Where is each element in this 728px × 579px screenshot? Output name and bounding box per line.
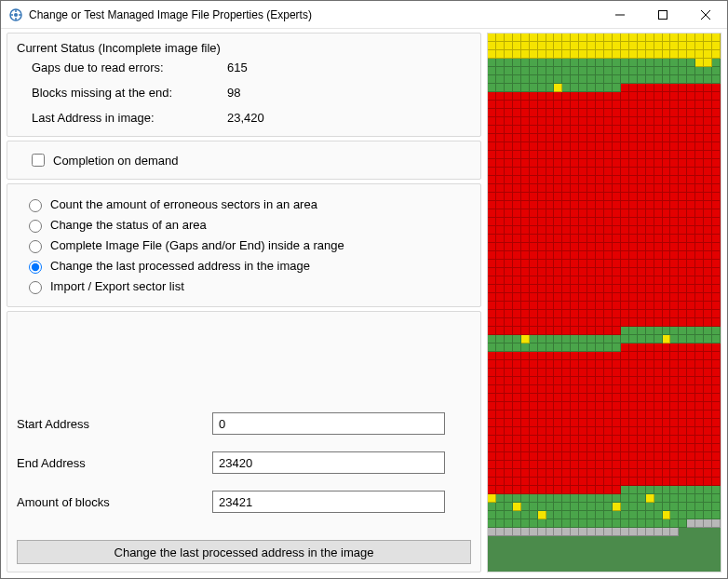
- sector-cell: [613, 385, 621, 394]
- mode-import-export-row[interactable]: Import / Export sector list: [24, 278, 471, 294]
- sector-cell: [538, 168, 546, 176]
- sector-cell: [513, 126, 521, 134]
- sector-cell: [670, 42, 679, 50]
- sector-cell: [712, 327, 721, 335]
- sector-cell: [695, 117, 704, 126]
- sector-cell: [679, 142, 687, 151]
- sector-cell: [521, 126, 530, 134]
- mode-import-export-radio[interactable]: [29, 281, 42, 294]
- sector-cell: [488, 419, 496, 427]
- sector-cell: [613, 134, 621, 142]
- sector-cell: [554, 494, 562, 503]
- sector-cell: [579, 117, 587, 126]
- sector-cell: [538, 503, 546, 511]
- sector-cell: [621, 494, 629, 503]
- sector-cell: [663, 436, 671, 444]
- completion-checkbox-row[interactable]: Completion on demand: [28, 151, 471, 169]
- sector-cell: [712, 260, 721, 268]
- sector-cell: [613, 276, 621, 285]
- sector-cell: [538, 235, 546, 243]
- mode-change-status-radio[interactable]: [29, 220, 42, 233]
- sector-cell: [687, 519, 695, 528]
- sector-cell: [679, 461, 687, 469]
- amount-input[interactable]: [212, 491, 445, 513]
- sector-cell: [538, 377, 546, 385]
- sector-cell: [695, 209, 704, 218]
- sector-cell: [496, 369, 505, 377]
- window-controls: [599, 1, 727, 28]
- sector-cell: [629, 176, 638, 184]
- sector-cell: [663, 176, 671, 184]
- mode-change-last-row[interactable]: Change the last processed address in the…: [24, 258, 471, 274]
- sector-cell: [505, 235, 513, 243]
- sector-cell: [562, 260, 571, 268]
- sector-cell: [704, 360, 712, 369]
- sector-cell: [513, 34, 521, 42]
- minimize-button[interactable]: [599, 1, 641, 28]
- mode-complete-row[interactable]: Complete Image File (Gaps and/or End) in…: [24, 237, 471, 253]
- end-row: End Address: [17, 451, 471, 474]
- sector-cell: [679, 402, 687, 411]
- sector-cell: [613, 394, 621, 402]
- sector-cell: [695, 486, 704, 494]
- sector-cell: [521, 377, 530, 385]
- sector-cell: [496, 335, 505, 343]
- sector-cell: [679, 193, 687, 201]
- close-button[interactable]: [684, 1, 727, 28]
- sector-cell: [562, 419, 571, 427]
- sector-cell: [554, 168, 562, 176]
- sector-cell: [687, 511, 695, 519]
- end-address-input[interactable]: [212, 451, 445, 474]
- sector-cell: [621, 469, 629, 478]
- sector-cell: [554, 461, 562, 469]
- sector-cell: [571, 209, 579, 218]
- sector-cell: [554, 444, 562, 452]
- sector-cell: [538, 478, 546, 486]
- sector-cell: [604, 226, 613, 235]
- completion-checkbox[interactable]: [32, 154, 45, 167]
- sector-cell: [496, 42, 505, 50]
- sector-cell: [530, 302, 538, 310]
- sector-cell: [596, 75, 604, 84]
- sector-cell: [646, 352, 654, 360]
- sector-cell: [654, 402, 663, 411]
- mode-change-last-radio[interactable]: [29, 261, 42, 274]
- mode-change-status-row[interactable]: Change the status of an area: [24, 217, 471, 233]
- sector-cell: [663, 184, 671, 193]
- change-last-processed-button[interactable]: Change the last processed address in the…: [17, 540, 471, 564]
- mode-count-row[interactable]: Count the amount of erroneous sectors in…: [24, 196, 471, 212]
- sector-cell: [505, 402, 513, 411]
- maximize-button[interactable]: [641, 1, 684, 28]
- sector-cell: [638, 411, 646, 419]
- sector-cell: [629, 109, 638, 117]
- sector-cell: [596, 34, 604, 42]
- sector-cell: [496, 75, 505, 84]
- sector-cell: [505, 101, 513, 109]
- sector-cell: [521, 469, 530, 478]
- sector-cell: [646, 519, 654, 528]
- sector-cell: [496, 452, 505, 461]
- sector-cell: [579, 352, 587, 360]
- sector-cell: [596, 151, 604, 159]
- sector-cell: [687, 109, 695, 117]
- sector-cell: [596, 235, 604, 243]
- sector-cell: [513, 478, 521, 486]
- sector-cell: [663, 209, 671, 218]
- sector-cell: [670, 176, 679, 184]
- sector-cell: [505, 478, 513, 486]
- sector-cell: [488, 343, 496, 352]
- start-address-input[interactable]: [212, 412, 445, 435]
- sector-cell: [704, 436, 712, 444]
- sector-cell: [695, 494, 704, 503]
- sector-cell: [562, 478, 571, 486]
- sector-cell: [538, 461, 546, 469]
- sector-cell: [695, 168, 704, 176]
- mode-count-radio[interactable]: [29, 199, 42, 212]
- sector-cell: [604, 511, 613, 519]
- mode-complete-radio[interactable]: [29, 240, 42, 253]
- sector-cell: [604, 494, 613, 503]
- sector-cell: [629, 385, 638, 394]
- sector-cell: [530, 444, 538, 452]
- sector-cell: [496, 117, 505, 126]
- sector-cell: [663, 461, 671, 469]
